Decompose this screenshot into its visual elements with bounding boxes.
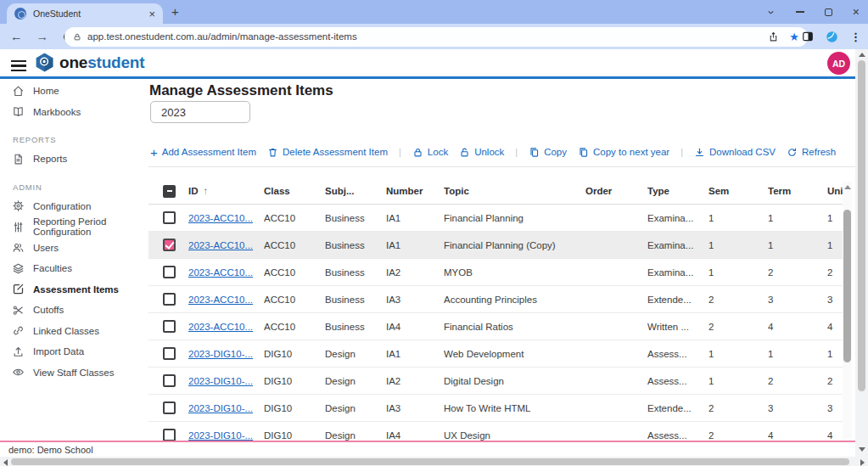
url-text[interactable]: app.test.onestudent.com.au/admin/manage-…	[87, 31, 758, 42]
share-icon[interactable]	[768, 31, 779, 42]
table-row: 2023-ACC10...ACC10BusinessIA1Financial P…	[148, 205, 843, 232]
onestudent-logo[interactable]: onestudent	[34, 52, 144, 73]
column-header-order[interactable]: Order	[585, 186, 647, 196]
assessment-item-id-link[interactable]: 2023-ACC10...	[188, 322, 253, 332]
column-header-sem[interactable]: Sem	[708, 186, 768, 196]
maximize-button[interactable]	[825, 8, 832, 16]
table-scrollbar[interactable]	[843, 182, 852, 441]
browser-tab[interactable]: OneStudent ×	[7, 3, 163, 24]
cell-number: IA2	[386, 376, 444, 386]
extension-icon[interactable]	[826, 31, 838, 43]
cell-term: 1	[768, 213, 827, 223]
column-header-id[interactable]: ID↑	[188, 186, 264, 196]
assessment-item-id-link[interactable]: 2023-DIG10-...	[188, 430, 253, 441]
scroll-up-icon[interactable]	[859, 53, 865, 57]
column-header-unit[interactable]: Unit	[827, 186, 843, 196]
delete-assessment-item-button[interactable]: Delete Assessment Item	[267, 147, 388, 158]
cell-topic: Financial Planning (Copy)	[444, 240, 585, 250]
chrome-menu-icon[interactable]: ⋮	[850, 31, 861, 43]
assessment-item-id-link[interactable]: 2023-DIG10-...	[188, 376, 253, 386]
assessment-item-id-link[interactable]: 2023-DIG10-...	[188, 349, 253, 359]
main-content: Manage Assessment Items + Add Assessment…	[148, 79, 855, 441]
sidebar-item-reports[interactable]: Reports	[0, 149, 144, 170]
cell-class: ACC10	[264, 322, 325, 332]
row-checkbox[interactable]	[163, 293, 176, 306]
add-assessment-item-button[interactable]: + Add Assessment Item	[150, 146, 256, 159]
lock-button[interactable]: Lock	[412, 147, 448, 158]
back-icon[interactable]: ←	[10, 31, 23, 43]
assessment-item-id-link[interactable]: 2023-DIG10-...	[188, 403, 253, 413]
column-header-term[interactable]: Term	[768, 186, 827, 196]
avatar[interactable]: AD	[827, 52, 850, 75]
hamburger-menu-icon[interactable]	[11, 58, 26, 74]
vertical-scrollbar[interactable]	[855, 49, 868, 457]
sidebar-item-configuration[interactable]: Configuration	[0, 196, 144, 217]
eye-icon	[12, 366, 25, 379]
minimize-button[interactable]	[796, 11, 804, 13]
row-checkbox[interactable]	[163, 401, 176, 414]
new-tab-button[interactable]: +	[171, 4, 179, 19]
assessment-item-id-link[interactable]: 2023-ACC10...	[188, 213, 253, 223]
sidebar-item-label: Import Data	[33, 346, 84, 357]
address-bar[interactable]: app.test.onestudent.com.au/admin/manage-…	[64, 27, 808, 47]
assessment-item-id-link[interactable]: 2023-ACC10...	[188, 240, 253, 250]
copy-to-next-year-button[interactable]: Copy to next year	[578, 147, 669, 158]
column-header-subject[interactable]: Subj...	[325, 186, 386, 196]
sidebar-item-cutoffs[interactable]: Cutoffs	[0, 300, 144, 321]
column-header-topic[interactable]: Topic	[444, 186, 585, 196]
select-all-checkbox[interactable]	[163, 185, 176, 198]
column-header-class[interactable]: Class	[264, 186, 325, 196]
tab-search-chevron-icon[interactable]	[766, 8, 776, 17]
scroll-up-icon[interactable]	[844, 185, 851, 189]
row-checkbox[interactable]	[163, 429, 176, 441]
sidebar-item-markbooks[interactable]: Markbooks	[0, 102, 144, 123]
row-checkbox[interactable]	[163, 239, 176, 251]
horizontal-scrollbar[interactable]	[0, 457, 868, 466]
refresh-button[interactable]: Refresh	[787, 147, 836, 158]
sidebar-item-view-staff-classes[interactable]: View Staff Classes	[0, 362, 144, 384]
bookmark-star-icon[interactable]: ★	[789, 31, 799, 43]
download-csv-button[interactable]: Download CSV	[694, 147, 776, 158]
scroll-down-icon[interactable]	[859, 447, 865, 452]
row-checkbox[interactable]	[163, 347, 176, 360]
horizontal-scrollbar-thumb[interactable]	[11, 458, 849, 465]
unlock-button[interactable]: Unlock	[459, 147, 504, 158]
sidebar-item-home[interactable]: Home	[0, 81, 144, 102]
assessment-item-id-link[interactable]: 2023-ACC10...	[188, 295, 253, 305]
vertical-scrollbar-thumb[interactable]	[858, 60, 865, 391]
tab-close-icon[interactable]: ×	[148, 8, 155, 20]
sidebar-item-users[interactable]: Users	[0, 238, 144, 259]
side-panel-icon[interactable]	[802, 31, 814, 42]
sidebar: Home Markbooks REPORTS Reports ADMIN Con…	[0, 79, 144, 441]
sidebar-item-faculties[interactable]: Faculties	[0, 258, 144, 279]
copy-button[interactable]: Copy	[529, 147, 567, 158]
scroll-left-icon[interactable]	[3, 459, 8, 466]
scroll-right-icon[interactable]	[860, 459, 865, 466]
forward-icon[interactable]: →	[36, 31, 49, 43]
cell-topic: Digital Design	[444, 376, 585, 386]
row-checkbox[interactable]	[163, 266, 176, 278]
sidebar-item-import-data[interactable]: Import Data	[0, 341, 144, 362]
sidebar-item-linked-classes[interactable]: Linked Classes	[0, 321, 144, 342]
cell-term: 1	[768, 349, 827, 359]
cell-topic: Web Development	[444, 349, 585, 359]
cell-class: ACC10	[264, 267, 325, 278]
column-header-number[interactable]: Number	[386, 186, 444, 196]
window-close-button[interactable]: ×	[853, 5, 860, 19]
assessment-item-id-link[interactable]: 2023-ACC10...	[188, 267, 253, 278]
cell-number: IA1	[386, 349, 444, 359]
ssl-padlock-icon[interactable]	[73, 32, 81, 42]
cell-id: 2023-ACC10...	[188, 322, 264, 332]
table-scrollbar-thumb[interactable]	[843, 210, 851, 362]
column-header-type[interactable]: Type	[647, 186, 708, 196]
year-input[interactable]	[150, 101, 250, 123]
sidebar-item-label: Reporting Period Configuration	[33, 216, 144, 237]
row-checkbox[interactable]	[163, 320, 176, 333]
row-checkbox[interactable]	[163, 374, 176, 387]
row-checkbox[interactable]	[163, 211, 176, 224]
sidebar-item-assessment-items[interactable]: Assessment Items	[0, 279, 144, 300]
cell-id: 2023-DIG10-...	[188, 376, 264, 386]
table-row: 2023-ACC10...ACC10BusinessIA2MYOBExamina…	[148, 259, 843, 286]
cell-unit: 1	[827, 349, 843, 359]
sidebar-item-reporting-period-configuration[interactable]: Reporting Period Configuration	[0, 216, 144, 238]
